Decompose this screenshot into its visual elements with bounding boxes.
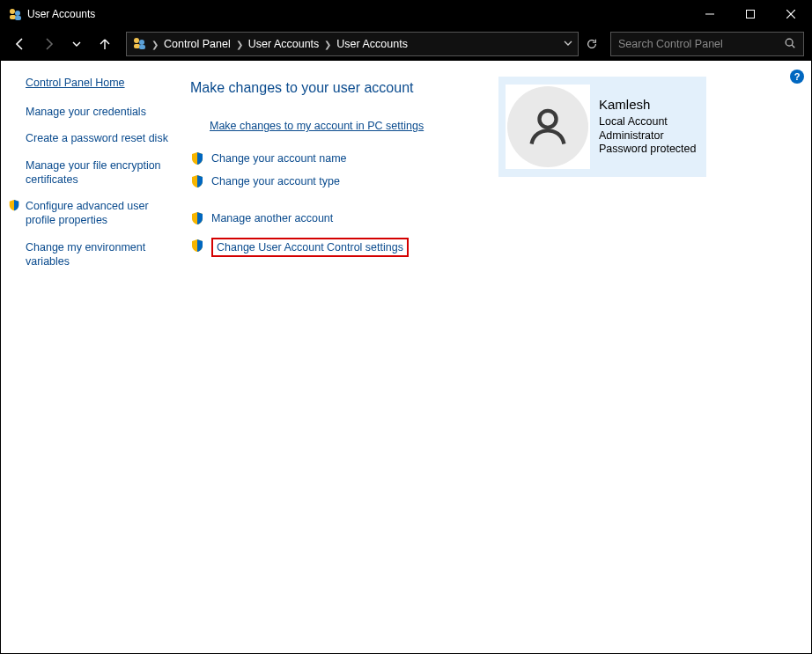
- chevron-right-icon[interactable]: ❯: [150, 40, 160, 49]
- svg-point-12: [786, 39, 793, 46]
- help-button[interactable]: ?: [790, 70, 804, 84]
- svg-point-8: [134, 38, 139, 43]
- content-area: ? Control Panel Home Manage your credent…: [1, 61, 811, 653]
- user-accounts-app-icon: [8, 7, 22, 21]
- env-vars-link[interactable]: Change my environment variables: [26, 240, 181, 269]
- avatar: [506, 85, 590, 169]
- control-panel-icon: [132, 36, 146, 53]
- advanced-profile-link[interactable]: Configure advanced user profile properti…: [26, 199, 181, 228]
- pc-settings-link[interactable]: Make changes to my account in PC setting…: [210, 120, 424, 132]
- minimize-button[interactable]: [690, 1, 730, 27]
- svg-rect-11: [139, 45, 145, 49]
- svg-rect-3: [15, 16, 21, 20]
- svg-rect-10: [134, 44, 140, 48]
- user-name: Kamlesh: [599, 97, 696, 114]
- user-role: Administrator: [599, 129, 696, 143]
- manage-another-account-link[interactable]: Manage another account: [211, 212, 333, 224]
- navbar: ❯ Control Panel ❯ User Accounts ❯ User A…: [1, 27, 811, 61]
- close-button[interactable]: [771, 1, 811, 27]
- svg-point-0: [10, 9, 15, 14]
- change-account-type-link[interactable]: Change your account type: [211, 175, 340, 187]
- user-account-type: Local Account: [599, 115, 696, 129]
- search-icon: [784, 37, 796, 52]
- svg-point-9: [139, 40, 144, 45]
- sidebar: Control Panel Home Manage your credentia…: [1, 77, 190, 653]
- control-panel-home-link[interactable]: Control Panel Home: [26, 77, 181, 89]
- titlebar: User Accounts: [1, 1, 811, 27]
- change-account-name-link[interactable]: Change your account name: [211, 152, 347, 165]
- chevron-right-icon[interactable]: ❯: [322, 40, 333, 49]
- maximize-button[interactable]: [730, 1, 771, 27]
- page-heading: Make changes to your user account: [190, 80, 490, 96]
- shield-icon: [190, 174, 204, 188]
- breadcrumb-root[interactable]: Control Panel: [164, 38, 231, 50]
- password-reset-disk-link[interactable]: Create a password reset disk: [26, 131, 181, 145]
- chevron-right-icon[interactable]: ❯: [234, 40, 245, 49]
- file-encryption-certs-link[interactable]: Manage your file encryption certificates: [26, 158, 181, 187]
- shield-icon: [8, 199, 20, 211]
- manage-credentials-link[interactable]: Manage your credentials: [26, 105, 181, 119]
- svg-point-1: [15, 11, 20, 16]
- shield-icon: [190, 239, 204, 253]
- address-bar[interactable]: ❯ Control Panel ❯ User Accounts ❯ User A…: [126, 32, 579, 56]
- breadcrumb-level2[interactable]: User Accounts: [336, 38, 408, 50]
- uac-settings-highlight: Change User Account Control settings: [211, 238, 409, 257]
- shield-icon: [190, 211, 204, 225]
- user-password-status: Password protected: [599, 143, 696, 157]
- user-card: Kamlesh Local Account Administrator Pass…: [498, 77, 706, 177]
- actions-column: Make changes to your user account Make c…: [190, 77, 490, 653]
- search-input[interactable]: Search Control Panel: [610, 32, 804, 56]
- shield-icon: [190, 151, 204, 165]
- breadcrumb-level1[interactable]: User Accounts: [248, 38, 320, 50]
- address-dropdown-button[interactable]: [564, 38, 572, 50]
- forward-button[interactable]: [36, 32, 61, 56]
- back-button[interactable]: [8, 32, 33, 56]
- person-icon: [525, 104, 571, 150]
- svg-rect-5: [747, 11, 755, 18]
- search-placeholder: Search Control Panel: [618, 38, 784, 50]
- up-button[interactable]: [92, 32, 117, 56]
- refresh-button[interactable]: [582, 32, 602, 56]
- svg-rect-2: [10, 15, 16, 19]
- window-title: User Accounts: [27, 8, 95, 20]
- svg-point-14: [539, 111, 556, 128]
- uac-settings-link[interactable]: Change User Account Control settings: [217, 241, 403, 254]
- svg-line-13: [792, 45, 794, 48]
- recent-locations-button[interactable]: [64, 32, 89, 56]
